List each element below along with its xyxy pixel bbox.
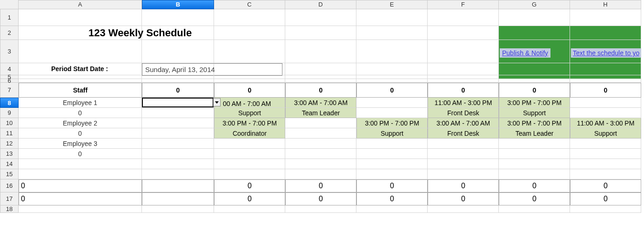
cell-A6[interactable]: [19, 79, 142, 83]
cell-B4[interactable]: Sunday, April 13, 2014: [142, 63, 214, 75]
summary-cell-0-5[interactable]: 0: [428, 179, 499, 192]
text-schedule-link[interactable]: Text the schedule to yo: [571, 48, 641, 58]
row-header-3[interactable]: 3: [0, 40, 19, 63]
cell-H8[interactable]: [570, 98, 641, 108]
active-cell[interactable]: [142, 98, 214, 107]
shift-role-cell-1-1[interactable]: Coordinator: [214, 128, 285, 139]
shift-role-cell-1-3[interactable]: Support: [356, 128, 428, 139]
cell-C3[interactable]: [214, 40, 285, 63]
cell-F6[interactable]: [428, 79, 499, 83]
cell-G5[interactable]: [499, 75, 570, 79]
cell-F5[interactable]: [428, 75, 499, 79]
row-header-1[interactable]: 1: [0, 9, 19, 26]
cell-H12[interactable]: [570, 139, 641, 149]
cell-E1[interactable]: [356, 9, 428, 26]
cell-H3[interactable]: Text the schedule to yo: [570, 40, 641, 63]
shift-role-cell-0-5[interactable]: Support: [499, 108, 570, 118]
cell-G3[interactable]: Publish & Notify: [499, 40, 570, 63]
cell-E5[interactable]: [356, 75, 428, 79]
summary-cell-1-4[interactable]: 0: [356, 192, 428, 205]
cell-G1[interactable]: [499, 9, 570, 26]
cell-C5[interactable]: [214, 75, 285, 79]
select-all-corner[interactable]: [0, 0, 19, 9]
cell-B14[interactable]: [142, 159, 214, 169]
cell-A18[interactable]: [19, 205, 142, 213]
cell-E14[interactable]: [356, 159, 428, 169]
cell-A1[interactable]: [19, 9, 142, 26]
cell-E4[interactable]: [356, 63, 428, 75]
row-header-16[interactable]: 16: [0, 179, 19, 192]
cell-D6[interactable]: [285, 79, 356, 83]
row-header-11[interactable]: 11: [0, 128, 19, 139]
cell-F3[interactable]: [428, 40, 499, 63]
cell-C4[interactable]: [214, 63, 285, 75]
cell-E18[interactable]: [356, 205, 428, 213]
row-header-17[interactable]: 17: [0, 192, 19, 205]
cell-E2[interactable]: [356, 26, 428, 40]
cell-A14[interactable]: [19, 159, 142, 169]
cell-H1[interactable]: [570, 9, 641, 26]
cell-H5[interactable]: [570, 75, 641, 79]
summary-cell-0-4[interactable]: 0: [356, 179, 428, 192]
cell-G15[interactable]: [499, 169, 570, 179]
cell-H15[interactable]: [570, 169, 641, 179]
summary-cell-1-5[interactable]: 0: [428, 192, 499, 205]
cell-E6[interactable]: [356, 79, 428, 83]
cell-A15[interactable]: [19, 169, 142, 179]
row-header-9[interactable]: 9: [0, 108, 19, 118]
cell-D10[interactable]: [285, 118, 356, 128]
column-header-B[interactable]: B: [142, 0, 214, 9]
row-header-7[interactable]: 7: [0, 83, 19, 98]
cell-G18[interactable]: [499, 205, 570, 213]
cell-A4[interactable]: Period Start Date :: [19, 63, 142, 75]
cell-G12[interactable]: [499, 139, 570, 149]
column-header-D[interactable]: D: [285, 0, 356, 9]
cell-F18[interactable]: [428, 205, 499, 213]
summary-cell-0-1[interactable]: [142, 179, 214, 192]
cell-A3[interactable]: [19, 40, 142, 63]
cell-B15[interactable]: [142, 169, 214, 179]
cell-D4[interactable]: [285, 63, 356, 75]
cell-D11[interactable]: [285, 128, 356, 139]
cell-A2[interactable]: 123 Weekly Schedule: [19, 26, 142, 40]
shift-time-cell-0-5[interactable]: 3:00 PM - 7:00 PM: [499, 98, 570, 108]
row-header-18[interactable]: 18: [0, 205, 19, 213]
cell-A5[interactable]: [19, 75, 142, 79]
shift-time-cell-0-1[interactable]: 00 AM - 7:00 AM: [214, 98, 285, 108]
summary-cell-0-6[interactable]: 0: [499, 179, 570, 192]
cell-B10[interactable]: [142, 118, 214, 128]
row-header-12[interactable]: 12: [0, 139, 19, 149]
cell-F1[interactable]: [428, 9, 499, 26]
row-header-8[interactable]: 8: [0, 98, 19, 108]
summary-cell-1-0[interactable]: 0: [19, 192, 142, 205]
cell-D5[interactable]: [285, 75, 356, 79]
cell-C18[interactable]: [214, 205, 285, 213]
column-header-F[interactable]: F: [428, 0, 499, 9]
row-header-13[interactable]: 13: [0, 149, 19, 159]
cell-C2[interactable]: [214, 26, 285, 40]
cell-H2[interactable]: [570, 26, 641, 40]
cell-G13[interactable]: [499, 149, 570, 159]
shift-time-cell-1-6[interactable]: 11:00 AM - 3:00 PM: [570, 118, 641, 128]
shift-time-cell-1-3[interactable]: 3:00 PM - 7:00 PM: [356, 118, 428, 128]
cell-H14[interactable]: [570, 159, 641, 169]
summary-cell-1-2[interactable]: 0: [214, 192, 285, 205]
cell-H4[interactable]: [570, 63, 641, 75]
summary-cell-1-1[interactable]: [142, 192, 214, 205]
cell-E3[interactable]: [356, 40, 428, 63]
column-header-G[interactable]: G: [499, 0, 570, 9]
summary-cell-0-0[interactable]: 0: [19, 179, 142, 192]
cell-E9[interactable]: [356, 108, 428, 118]
cell-H9[interactable]: [570, 108, 641, 118]
shift-time-cell-0-2[interactable]: 3:00 AM - 7:00 AM: [285, 98, 356, 108]
cell-B1[interactable]: [142, 9, 214, 26]
cell-B13[interactable]: [142, 149, 214, 159]
publish-notify-link[interactable]: Publish & Notify: [500, 48, 550, 58]
cell-D2[interactable]: [285, 26, 356, 40]
shift-role-cell-0-4[interactable]: Front Desk: [428, 108, 499, 118]
summary-cell-1-7[interactable]: 0: [570, 192, 641, 205]
cell-B12[interactable]: [142, 139, 214, 149]
cell-F15[interactable]: [428, 169, 499, 179]
cell-D18[interactable]: [285, 205, 356, 213]
cell-F2[interactable]: [428, 26, 499, 40]
